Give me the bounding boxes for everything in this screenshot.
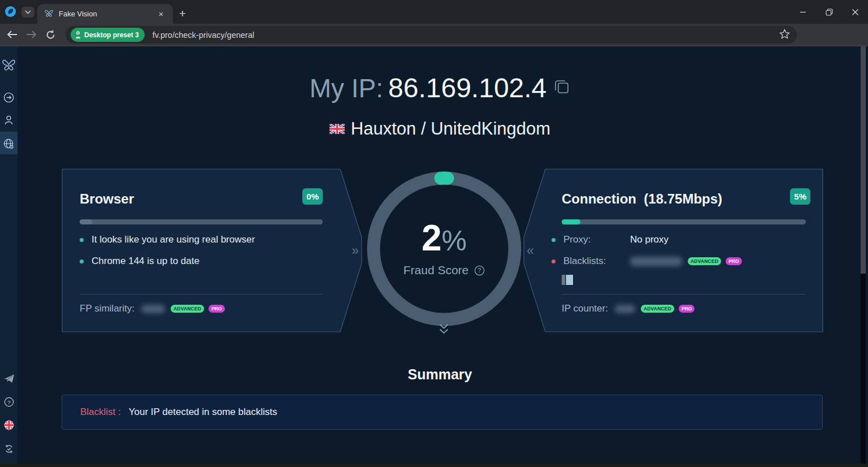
browser-check-row: Chrome 144 is up to date xyxy=(80,256,199,267)
ip-counter-row: IP counter: ADVANCED PRO xyxy=(562,303,695,314)
gauge-center: 2 % Fraud Score ? xyxy=(359,164,529,334)
svg-text:?: ? xyxy=(7,399,11,405)
url-text[interactable]: fv.pro/check-privacy/general xyxy=(153,31,779,40)
tab-search-button[interactable] xyxy=(21,7,34,18)
ip-counter-label: IP counter: xyxy=(562,303,608,314)
sidebar-item-network-icon[interactable] xyxy=(0,139,18,149)
bookmark-star-icon[interactable] xyxy=(779,29,790,41)
blacklists-row: Blacklists: ADVANCED PRO xyxy=(552,256,742,267)
browser-progress-bar xyxy=(80,219,323,224)
fraud-score-value: 2 xyxy=(422,217,442,259)
advanced-badge: ADVANCED xyxy=(688,257,721,265)
bullet-dot-red xyxy=(552,260,555,263)
sidebar-item-profile-icon[interactable] xyxy=(0,115,18,126)
ip-value: 86.169.102.4 xyxy=(388,72,546,103)
butterfly-icon xyxy=(44,9,54,19)
connection-title-text: Connection xyxy=(562,191,636,206)
blurred-value xyxy=(141,305,165,313)
fraud-score-gauge: 2 % Fraud Score ? xyxy=(359,164,529,334)
telegram-icon[interactable] xyxy=(0,373,18,383)
browser-score-badge: 0% xyxy=(302,188,323,205)
help-icon[interactable]: ? xyxy=(0,397,18,407)
bullet-dot xyxy=(552,238,555,242)
summary-item-text: Your IP detected in some blacklists xyxy=(129,407,277,418)
restore-button[interactable] xyxy=(816,0,842,24)
sync-icon[interactable] xyxy=(0,444,18,454)
advanced-badge: ADVANCED xyxy=(171,305,204,313)
ip-header: My IP: 86.169.102.4 xyxy=(18,72,862,103)
scrollbar-thumb[interactable] xyxy=(861,46,866,274)
fraud-score-help-icon[interactable]: ? xyxy=(474,265,485,276)
fraud-score-unit: % xyxy=(442,224,467,257)
minimize-button[interactable] xyxy=(790,0,816,24)
tab-fake-vision[interactable]: Fake Vision × xyxy=(37,4,173,24)
copy-ip-icon[interactable] xyxy=(553,78,570,97)
fraud-score-label: Fraud Score xyxy=(403,263,469,277)
tab-close-icon[interactable]: × xyxy=(156,9,166,19)
expand-right-icon[interactable]: » xyxy=(351,243,359,258)
bullet-dot xyxy=(80,260,84,263)
scroll-down-icon[interactable] xyxy=(439,323,449,335)
uk-flag-small-icon xyxy=(329,124,345,134)
columns-icon[interactable] xyxy=(562,275,573,287)
browser-card: Browser 0% It looks like you are using r… xyxy=(62,168,362,332)
connection-card-title: Connection (18.75Mbps) xyxy=(562,191,722,207)
window-controls xyxy=(790,0,868,24)
app-logo-butterfly-icon xyxy=(0,58,18,73)
preset-badge[interactable]: Desktop preset 3 xyxy=(71,28,145,42)
new-tab-button[interactable]: + xyxy=(175,6,190,21)
reload-button[interactable] xyxy=(41,26,60,43)
browser-card-title: Browser xyxy=(80,191,134,207)
pro-badge: PRO xyxy=(209,305,224,313)
summary-title: Summary xyxy=(18,366,862,383)
connection-speed-text: (18.75Mbps) xyxy=(644,191,722,206)
browser-check-row: It looks like you are using real browser xyxy=(80,234,255,245)
location-text: Hauxton / UnitedKingdom xyxy=(351,119,550,139)
preset-badge-label: Desktop preset 3 xyxy=(84,31,139,39)
browser-toolbar: Desktop preset 3 fv.pro/check-privacy/ge… xyxy=(0,24,868,45)
connection-progress-fill xyxy=(562,219,580,224)
location-row: Hauxton / UnitedKingdom xyxy=(18,119,862,139)
expand-left-icon[interactable]: « xyxy=(527,243,534,258)
tab-title: Fake Vision xyxy=(59,10,156,18)
proxy-label: Proxy: xyxy=(563,234,630,245)
back-button[interactable] xyxy=(2,26,21,43)
close-window-button[interactable] xyxy=(842,0,868,24)
main-content: My IP: 86.169.102.4 Hauxton / UnitedKing… xyxy=(18,46,862,464)
sidebar-item-arrow-icon[interactable] xyxy=(0,92,18,103)
blurred-value xyxy=(630,257,682,266)
scrollbar[interactable] xyxy=(861,46,866,464)
page: ? xyxy=(0,46,868,464)
bottom-window-edge xyxy=(0,464,868,467)
pro-badge: PRO xyxy=(726,257,741,265)
blacklists-label: Blacklists: xyxy=(563,256,630,267)
browser-progress-cap xyxy=(80,219,92,224)
connection-progress-bar xyxy=(562,219,806,224)
ip-label: My IP: xyxy=(310,73,383,103)
connection-score-badge: 5% xyxy=(790,188,810,205)
titlebar: Fake Vision × + xyxy=(0,0,868,24)
advanced-badge: ADVANCED xyxy=(641,305,674,313)
fp-similarity-label: FP similarity: xyxy=(80,303,134,314)
card-divider xyxy=(562,294,806,295)
browser-check-text: Chrome 144 is up to date xyxy=(92,256,199,267)
sidebar: ? xyxy=(0,46,18,464)
summary-box: Blacklist : Your IP detected in some bla… xyxy=(62,395,823,430)
summary-item-label: Blacklist : xyxy=(80,407,121,418)
fp-similarity-row: FP similarity: ADVANCED PRO xyxy=(80,303,225,314)
forward-button[interactable] xyxy=(21,26,41,43)
proxy-value: No proxy xyxy=(630,234,669,245)
address-bar[interactable]: Desktop preset 3 fv.pro/check-privacy/ge… xyxy=(66,26,797,44)
uk-flag-icon[interactable] xyxy=(0,420,18,430)
connection-card: Connection (18.75Mbps) 5% Proxy: No prox… xyxy=(523,168,823,332)
pro-badge: PRO xyxy=(679,305,695,313)
browser-check-text: It looks like you are using real browser xyxy=(92,234,255,245)
svg-text:?: ? xyxy=(478,267,481,274)
card-divider xyxy=(80,294,323,295)
blurred-value xyxy=(615,305,635,313)
browser-logo-icon[interactable] xyxy=(5,6,16,17)
proxy-row: Proxy: No proxy xyxy=(552,234,669,245)
bullet-dot xyxy=(80,238,84,242)
